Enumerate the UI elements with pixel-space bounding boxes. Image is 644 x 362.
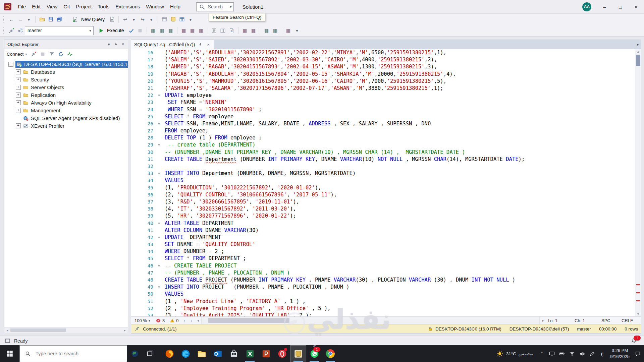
code-line-50[interactable]: 50VALUES: [131, 291, 635, 298]
scroll-right-icon[interactable]: ▸: [122, 328, 127, 332]
wifi-icon[interactable]: [567, 345, 577, 362]
line-number[interactable]: 34: [131, 177, 153, 184]
dropdown-icon[interactable]: ▾: [147, 15, 155, 23]
menu-item-window[interactable]: Window: [143, 0, 167, 13]
minimize-button[interactable]: –: [597, 0, 612, 13]
undo-icon[interactable]: ↩: [121, 15, 129, 23]
pin-icon[interactable]: [198, 42, 203, 47]
code-line-40[interactable]: 40▾ALTER TABLE DEPARTMENT: [131, 220, 635, 227]
tree-item[interactable]: +Replication: [4, 91, 128, 99]
intellisense-icon[interactable]: ▦: [167, 26, 175, 35]
overflow-icon[interactable]: ▾: [293, 26, 301, 35]
available-databases-combobox[interactable]: master ▾: [25, 26, 94, 35]
cancel-icon[interactable]: [136, 26, 144, 35]
comment-icon[interactable]: ▦: [241, 26, 249, 35]
expander-icon[interactable]: +: [16, 93, 21, 98]
expander-icon[interactable]: +: [16, 108, 21, 113]
taskbar-app-opera[interactable]: [274, 345, 290, 362]
line-number[interactable]: 33: [131, 170, 153, 177]
line-number[interactable]: 19: [131, 71, 153, 78]
line-number[interactable]: 40: [131, 220, 153, 227]
client-stats-icon[interactable]: ▦: [197, 26, 205, 35]
code-area[interactable]: 16('AHMED','S','ABDULLAH','3020222156789…: [131, 49, 641, 316]
expander-icon[interactable]: +: [16, 123, 21, 128]
news-interests-icon[interactable]: [127, 345, 143, 362]
overflow-icon[interactable]: ▾: [186, 15, 195, 23]
line-number[interactable]: 39: [131, 213, 153, 220]
volume-icon[interactable]: [577, 345, 587, 362]
fold-collapse-icon[interactable]: ▾: [153, 284, 165, 291]
weather-widget[interactable]: 31°C مشمس: [492, 350, 537, 358]
code-line-21[interactable]: 21('ASHRAF','S','SALAMA','30207171567896…: [131, 85, 635, 92]
line-number[interactable]: 27: [131, 127, 153, 134]
code-line-47[interactable]: 47-- (PNUMBER , PNAME , PLOCAITON , DNUM…: [131, 269, 635, 277]
line-number[interactable]: 44: [131, 248, 153, 255]
action-center-icon[interactable]: [633, 345, 643, 362]
code-line-26[interactable]: 26▾SELECT SSN, Fname,MINT,LNAME, SALARY,…: [131, 120, 635, 127]
change-connection-icon[interactable]: [16, 26, 24, 35]
table-icon[interactable]: [178, 15, 186, 23]
fold-collapse-icon[interactable]: ▾: [153, 262, 165, 269]
line-number[interactable]: 23: [131, 99, 153, 106]
fold-collapse-icon[interactable]: ▾: [153, 120, 165, 127]
menu-item-view[interactable]: View: [44, 0, 60, 13]
code-line-37[interactable]: 37(3, 'R&D', '30206661567895', '2019-11-…: [131, 198, 635, 205]
scroll-left-icon[interactable]: ◂: [195, 317, 201, 324]
save-all-icon[interactable]: [55, 15, 63, 23]
code-line-25[interactable]: 25SELECT * FROM employee: [131, 113, 635, 120]
menu-item-help[interactable]: Help: [167, 0, 183, 13]
scrollbar-thumb[interactable]: [636, 55, 640, 66]
task-view-icon[interactable]: [143, 345, 158, 362]
menu-item-tools[interactable]: Tools: [95, 0, 112, 13]
taskbar-app-excel[interactable]: [242, 345, 258, 362]
line-number[interactable]: 50: [131, 291, 153, 298]
close-icon[interactable]: ×: [119, 41, 126, 48]
battery-icon[interactable]: [557, 345, 567, 362]
database-icon[interactable]: [169, 15, 177, 23]
line-number[interactable]: 29: [131, 141, 153, 148]
expander-icon[interactable]: +: [16, 77, 21, 82]
code-line-19[interactable]: 19('RAGAB','S','ABDULLAH','3020515156789…: [131, 71, 635, 78]
tree-item[interactable]: +Security: [4, 76, 128, 83]
expander-icon[interactable]: +: [16, 69, 21, 74]
actual-plan-icon[interactable]: ▦: [180, 26, 188, 35]
close-icon[interactable]: ×: [206, 42, 211, 47]
menu-item-git[interactable]: Git: [60, 0, 73, 13]
code-line-22[interactable]: 22▾UPDATE employee: [131, 92, 635, 99]
line-number[interactable]: 48: [131, 277, 153, 284]
line-number[interactable]: 36: [131, 191, 153, 198]
line-number[interactable]: 45: [131, 255, 153, 262]
forward-icon[interactable]: →: [16, 15, 24, 23]
scroll-left-icon[interactable]: ◂: [5, 328, 10, 332]
document-tab[interactable]: SQLQuery1.sq...C0\dell (57)) ×: [131, 40, 214, 49]
fold-collapse-icon[interactable]: ▾: [153, 234, 165, 241]
taskbar-app-whatsapp[interactable]: 1: [306, 345, 322, 362]
code-line-30[interactable]: 30-- (DNUMBER ,DNAME INT PRIMARY KEY , D…: [131, 149, 635, 156]
line-number[interactable]: 35: [131, 184, 153, 191]
expander-icon[interactable]: +: [16, 100, 21, 105]
results-text-icon[interactable]: [210, 26, 218, 35]
menu-item-edit[interactable]: Edit: [29, 0, 44, 13]
line-number[interactable]: 22: [131, 92, 153, 99]
code-line-33[interactable]: 33▾INSERT INTO Department (DNUMBER, DNAM…: [131, 170, 635, 177]
horizontal-scrollbar[interactable]: ◂ ▸: [4, 327, 128, 333]
collapse-icon[interactable]: −: [8, 62, 13, 67]
taskbar-app-chrome[interactable]: [322, 345, 338, 362]
taskbar-app-explorer[interactable]: [194, 345, 210, 362]
code-line-48[interactable]: 48CREATE TABLE PROJECT (PNUMBER INT PRIM…: [131, 277, 635, 284]
code-line-52[interactable]: 52(2 , 'Employee Training Program' , 'HR…: [131, 305, 635, 312]
start-button[interactable]: [0, 345, 19, 362]
code-line-17[interactable]: 17('SALEM','S','SAIED','30203301567892',…: [131, 56, 635, 63]
show-hidden-icons-button[interactable]: ˆ: [537, 345, 547, 362]
taskbar-app-powerpoint[interactable]: [258, 345, 274, 362]
close-button[interactable]: ×: [628, 0, 644, 13]
code-line-51[interactable]: 51(1 , 'New Product Line' , 'FACTORY A' …: [131, 298, 635, 305]
taskbar-search-input[interactable]: [35, 351, 123, 357]
execute-button[interactable]: Execute: [94, 26, 127, 35]
previous-issue-icon[interactable]: ↑: [181, 317, 188, 324]
dropdown-icon[interactable]: ▾: [25, 15, 33, 23]
tree-item-server-root[interactable]: − DESKTOP-D9J43C0 (SQL Server 16.0.1150.…: [4, 60, 128, 68]
code-line-44[interactable]: 44WHERE DNUMBER = 2 ;: [131, 248, 635, 255]
line-number[interactable]: 42: [131, 234, 153, 241]
live-stats-icon[interactable]: ▦: [189, 26, 197, 35]
